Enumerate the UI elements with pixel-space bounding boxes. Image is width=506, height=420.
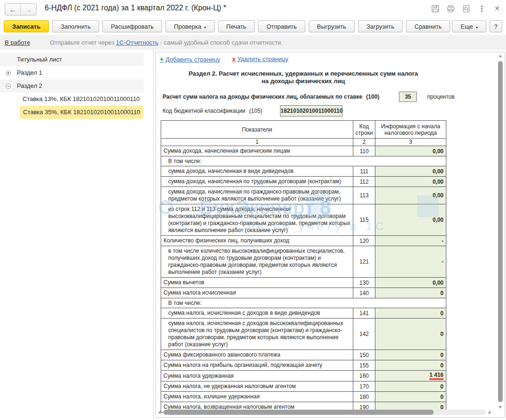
- table-row: Сумма фиксированного авансового платежа1…: [161, 350, 446, 360]
- plus-icon: +: [160, 55, 163, 63]
- table-row: Сумма налога исчисленная1400: [161, 288, 446, 298]
- toolbar-button-4[interactable]: Проверка▾: [165, 20, 214, 32]
- table-row: Количество физических лиц, получивших до…: [161, 236, 446, 246]
- sidebar-item-3[interactable]: Раздел 2: [0, 79, 144, 93]
- column-header: Информация с начала налогового периода: [375, 121, 446, 139]
- toolbar-button-1[interactable]: Записать: [4, 20, 49, 32]
- sidebar-item-label: Раздел 2: [17, 79, 42, 93]
- toolbar: ЗаписатьЗаполнитьРасшифроватьПроверка▾Пе…: [0, 18, 506, 35]
- sidebar-item-label: Титульный лист: [17, 53, 62, 66]
- status-message-suffix: - самый удобный способ сдачи отчетности.: [158, 39, 283, 46]
- scroll-left-arrow[interactable]: [158, 411, 161, 414]
- sidebar-item-label: Ставка 13%, КБК 18210102010011000110: [23, 93, 140, 106]
- scroll-up-arrow[interactable]: [498, 54, 502, 57]
- line-code: 142: [353, 319, 375, 350]
- indicator-label: сумма дохода, начисленная в виде дивиден…: [161, 166, 353, 177]
- value-cell-111[interactable]: 0,00: [375, 166, 446, 177]
- group-row: В том числе:: [161, 156, 446, 166]
- value-cell-115[interactable]: 0,00: [375, 204, 446, 236]
- section-heading: Раздел 2. Расчет исчисленных, удержанных…: [161, 70, 446, 85]
- value-cell-120[interactable]: -: [375, 236, 446, 246]
- toolbar-button-9[interactable]: Сравнить: [406, 20, 450, 32]
- indicator-label: Сумма дохода, начисленная физическим лиц…: [161, 146, 353, 156]
- toolbar-button-6[interactable]: Отправить: [258, 20, 305, 32]
- toolbar-button-2[interactable]: Заполнить: [52, 20, 99, 32]
- collapse-icon[interactable]: [6, 84, 11, 89]
- help-button[interactable]: ?: [490, 20, 502, 32]
- save-icon[interactable]: [431, 4, 439, 13]
- preview-icon[interactable]: [462, 4, 470, 13]
- value-cell-113[interactable]: 0,00: [375, 187, 446, 204]
- value-cell-141[interactable]: 0: [375, 308, 446, 319]
- table-row: Сумма дохода, начисленная физическим лиц…: [161, 146, 446, 156]
- section-heading-line1: Раздел 2. Расчет исчисленных, удержанных…: [161, 70, 446, 78]
- horizontal-scrollbar: [158, 410, 491, 415]
- value-cell-160[interactable]: 1 416: [375, 371, 446, 381]
- more-button[interactable]: Еще▾: [452, 20, 486, 32]
- print-icon[interactable]: [446, 4, 455, 13]
- status-state-link[interactable]: В работе: [5, 39, 30, 46]
- horizontal-scroll-thumb[interactable]: [163, 410, 434, 415]
- section-heading-line2: на доходы физических лиц: [161, 78, 446, 85]
- table-row: сумма налога, исчисленная с доходов в ви…: [161, 308, 446, 319]
- value-cell-112[interactable]: 0,00: [375, 177, 446, 187]
- reporting-service-link[interactable]: 1С-Отчетность: [116, 39, 158, 46]
- forward-button[interactable]: →: [21, 4, 36, 15]
- sidebar-item-4[interactable]: Ставка 13%, КБК 18210102010011000110: [0, 93, 144, 106]
- status-bar: В работе Отправьте отчет через 1С-Отчетн…: [0, 35, 506, 50]
- scroll-down-arrow[interactable]: [498, 406, 502, 409]
- table-row: сумма налога, исчисленная с доходов высо…: [161, 319, 446, 350]
- vertical-scroll-thumb[interactable]: [498, 61, 503, 402]
- table-row: Сумма налога, излишне удержанная1800: [161, 392, 446, 402]
- value-cell-110[interactable]: 0,00: [375, 146, 446, 156]
- kbk-label: Код бюджетной классификации: [163, 108, 245, 114]
- toolbar-button-7[interactable]: Выгрузить: [309, 20, 355, 32]
- line-code: 121: [353, 246, 375, 278]
- panel-splitter[interactable]: [153, 50, 154, 420]
- menu-kebab-icon[interactable]: [477, 4, 486, 13]
- line-code: 115: [353, 204, 375, 236]
- column-number: 3: [375, 139, 446, 146]
- rate-label: Расчет сумм налога на доходы физических …: [163, 93, 362, 100]
- table-row: сумма дохода, начисленная по трудовым до…: [161, 177, 446, 187]
- expand-icon[interactable]: [6, 70, 11, 76]
- sidebar-item-1[interactable]: Титульный лист: [0, 53, 144, 66]
- kbk-value-field[interactable]: 18210102010011000110: [280, 105, 343, 117]
- scroll-right-arrow[interactable]: [489, 411, 491, 414]
- indicator-label: в том числе количество высококвалифициро…: [161, 246, 353, 278]
- value-cell-142[interactable]: 0: [375, 319, 446, 350]
- indicator-label: Сумма налога исчисленная: [161, 288, 353, 298]
- table-row: в том числе количество высококвалифициро…: [161, 246, 446, 278]
- history-nav: ← →: [5, 3, 37, 16]
- value-cell-150[interactable]: 0: [375, 350, 446, 360]
- window-icons: ✕: [431, 4, 501, 13]
- value-cell-140[interactable]: 0: [375, 288, 446, 298]
- column-header: Код строки: [353, 121, 375, 139]
- close-icon[interactable]: ✕: [493, 4, 501, 13]
- value-cell-121[interactable]: -: [375, 246, 446, 278]
- value-cell-180[interactable]: 0: [375, 392, 446, 402]
- value-cell-170[interactable]: 0: [375, 381, 446, 392]
- table-row: Сумма вычетов1300,00: [161, 278, 446, 288]
- highlighted-value: 1 416: [429, 372, 444, 380]
- rate-code: (100): [366, 93, 379, 100]
- column-number-row: 123: [161, 139, 446, 146]
- back-button[interactable]: ←: [5, 4, 21, 15]
- column-number: 1: [161, 139, 353, 146]
- kbk-code: (105): [249, 108, 262, 114]
- toolbar-button-8[interactable]: Загрузить: [358, 20, 403, 32]
- value-cell-155[interactable]: 0: [375, 360, 446, 371]
- column-number: 2: [353, 139, 375, 146]
- sidebar-item-5[interactable]: Ставка 35%, КБК 18210102010011000110: [0, 106, 144, 119]
- add-page-link[interactable]: +Добавить страницу: [160, 55, 220, 63]
- value-cell-130[interactable]: 0,00: [375, 278, 446, 288]
- toolbar-button-5[interactable]: Печать: [218, 20, 255, 32]
- delete-page-link[interactable]: xУдалить страницу: [233, 55, 288, 63]
- report-table: ПоказателиКод строкиИнформация с начала …: [161, 120, 446, 412]
- rate-value-field[interactable]: 35: [399, 92, 417, 102]
- line-code: 110: [353, 146, 375, 156]
- delete-x-icon: x: [233, 56, 236, 62]
- sidebar-item-2[interactable]: Раздел 1: [0, 66, 144, 79]
- indicator-label: Сумма налога удержанная: [161, 371, 353, 381]
- toolbar-button-3[interactable]: Расшифровать: [102, 20, 162, 32]
